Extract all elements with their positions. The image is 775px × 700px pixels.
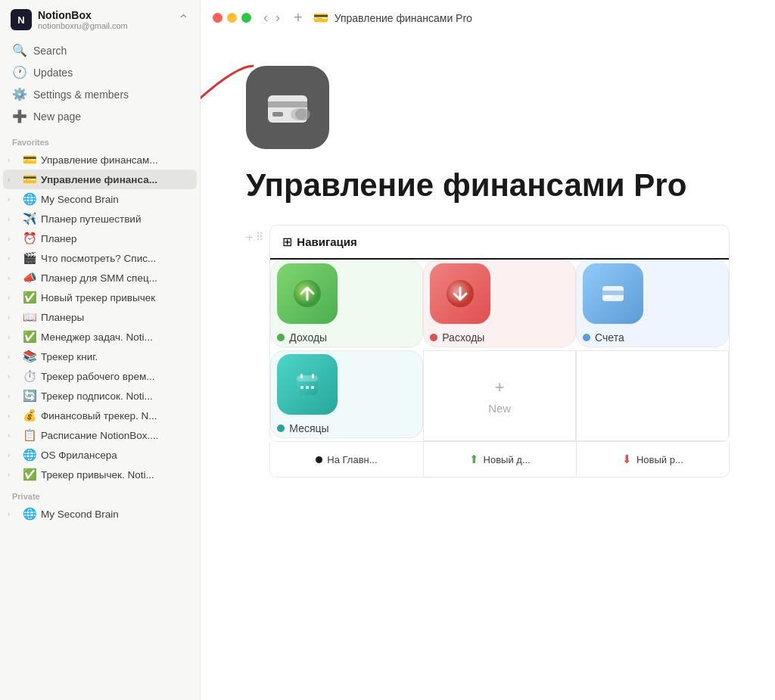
page-icon: 📚 xyxy=(23,350,36,363)
workspace-email: notionboxru@gmail.com xyxy=(38,21,128,30)
expenses-label: Расходы xyxy=(430,331,484,344)
chevron-icon: › xyxy=(8,431,18,440)
income-icon-wrap xyxy=(277,263,338,324)
chevron-icon: › xyxy=(8,254,18,263)
accounts-icon-wrap xyxy=(583,263,643,324)
sidebar-item-fav-15[interactable]: › 📋 Расписание NotionBox.... xyxy=(3,425,197,445)
sidebar-item-updates[interactable]: 🕐 Updates xyxy=(6,61,194,83)
traffic-lights xyxy=(213,13,251,23)
chevron-icon: › xyxy=(8,195,18,204)
add-page-button[interactable]: + xyxy=(289,8,307,28)
nav-forward-button[interactable]: › xyxy=(272,8,283,27)
sidebar-item-fav-14[interactable]: › 💰 Финансовый трекер. N... xyxy=(3,406,197,425)
sidebar-item-updates-label: Updates xyxy=(33,67,73,79)
bottom-btn-income-new[interactable]: ⬆ Новый д... xyxy=(424,442,577,477)
chevron-icon: › xyxy=(8,235,18,243)
expenses-dot xyxy=(430,334,437,341)
item-label: Менеджер задач. Noti... xyxy=(41,331,191,343)
months-dot xyxy=(277,425,285,432)
sidebar-item-fav-4[interactable]: › ✈️ Планер путешествий xyxy=(3,209,197,229)
title-page-icon: 💳 xyxy=(313,11,328,25)
item-label: Новый трекер привычек xyxy=(41,292,191,303)
private-list: › 🌐 My Second Brain xyxy=(0,504,200,524)
chevron-icon: › xyxy=(8,156,18,164)
sidebar-item-settings-label: Settings & members xyxy=(33,89,129,101)
item-label: Планеры xyxy=(41,312,191,323)
nav-block-header: ⊞ Навигация xyxy=(270,226,729,260)
sidebar-item-fav-10[interactable]: › ✅ Менеджер задач. Noti... xyxy=(3,327,197,347)
income-label: Доходы xyxy=(277,331,327,344)
chevron-icon: › xyxy=(8,353,18,361)
nav-cell-accounts[interactable]: Счета xyxy=(576,260,729,347)
sidebar-item-fav-5[interactable]: › ⏰ Планер xyxy=(3,229,197,248)
private-section-title: Private xyxy=(0,484,200,504)
sidebar-item-settings[interactable]: ⚙️ Settings & members xyxy=(6,83,194,105)
nav-buttons: ‹ › xyxy=(260,8,283,27)
sidebar-item-fav-8[interactable]: › ✅ Новый трекер привычек xyxy=(3,288,197,307)
nav-back-button[interactable]: ‹ xyxy=(260,8,271,27)
page-icon: ✅ xyxy=(23,291,36,304)
drag-plus-icon[interactable]: + xyxy=(246,231,253,244)
drag-dots-icon[interactable]: ⠿ xyxy=(256,231,263,243)
nav-grid: Доходы Расходы xyxy=(270,260,729,441)
bottom-btn-expense-new[interactable]: ⬇ Новый р... xyxy=(577,442,729,477)
sidebar-item-fav-16[interactable]: › 🌐 OS Фрилансера xyxy=(3,445,197,465)
page-icon: 🌐 xyxy=(23,448,36,462)
workspace-name: NotionBox xyxy=(38,9,128,21)
chevron-icon: › xyxy=(8,451,18,459)
workspace-icon: N xyxy=(11,9,32,30)
nav-cell-income[interactable]: Доходы xyxy=(270,260,423,347)
favorites-list: › 💳 Управление финансам... › 💳 Управлени… xyxy=(0,150,200,484)
item-label: Трекер книг. xyxy=(41,351,191,362)
sidebar-item-fav-13[interactable]: › 🔄 Трекер подписок. Noti... xyxy=(3,386,197,406)
sidebar-item-fav-3[interactable]: › 🌐 My Second Brain xyxy=(3,189,197,209)
item-label: Планер xyxy=(41,233,191,244)
sidebar-item-priv-1[interactable]: › 🌐 My Second Brain xyxy=(3,504,197,524)
new-page-icon: ➕ xyxy=(12,109,27,123)
workspace-toggle-icon[interactable]: ⌃ xyxy=(178,11,189,28)
sidebar-nav: 🔍 Search 🕐 Updates ⚙️ Settings & members… xyxy=(0,36,200,130)
nav-cell-new[interactable]: + New xyxy=(423,350,576,441)
main-dot-icon xyxy=(316,456,322,463)
sidebar-item-fav-1[interactable]: › 💳 Управление финансам... xyxy=(3,150,197,170)
item-label: Финансовый трекер. N... xyxy=(41,410,191,422)
sidebar-item-fav-7[interactable]: › 📣 Планер для SMM спец... xyxy=(3,268,197,288)
arrow-container xyxy=(246,66,730,149)
page-icon: 💳 xyxy=(23,173,36,186)
sidebar-item-new-page[interactable]: ➕ New page xyxy=(6,105,194,127)
sidebar-item-fav-12[interactable]: › ⏱️ Трекер рабочего врем... xyxy=(3,366,197,386)
item-label: Управление финанса... xyxy=(41,174,191,185)
page-icon: ✅ xyxy=(23,330,36,344)
sidebar-item-search[interactable]: 🔍 Search xyxy=(6,39,194,61)
nav-cell-expenses[interactable]: Расходы xyxy=(423,260,576,347)
page-icon: ⏰ xyxy=(23,232,36,245)
settings-icon: ⚙️ xyxy=(12,87,27,101)
item-label: Трекер привычек. Noti... xyxy=(41,469,191,481)
item-label: My Second Brain xyxy=(41,194,191,205)
chevron-icon: › xyxy=(8,372,18,381)
chevron-icon: › xyxy=(8,313,18,322)
chevron-icon: › xyxy=(8,333,18,341)
bottom-btn-main[interactable]: На Главн... xyxy=(270,442,423,477)
nav-cell-months[interactable]: Месяцы xyxy=(270,350,423,438)
sidebar-item-fav-9[interactable]: › 📖 Планеры xyxy=(3,307,197,327)
sidebar-item-fav-17[interactable]: › ✅ Трекер привычек. Noti... xyxy=(3,465,197,484)
sidebar-item-fav-6[interactable]: › 🎬 Что посмотреть? Спис... xyxy=(3,248,197,268)
page-icon: 📋 xyxy=(23,428,36,442)
sidebar-item-fav-11[interactable]: › 📚 Трекер книг. xyxy=(3,347,197,366)
sidebar-item-fav-2[interactable]: › 💳 Управление финанса... xyxy=(3,170,197,189)
main-label: На Главн... xyxy=(327,454,377,465)
sidebar: N NotionBox notionboxru@gmail.com ⌃ 🔍 Se… xyxy=(0,0,201,700)
page-icon: 💳 xyxy=(23,153,36,166)
page-icon: ⏱️ xyxy=(23,369,36,383)
chevron-icon: › xyxy=(8,471,18,479)
updates-icon: 🕐 xyxy=(12,65,27,79)
item-label: Расписание NotionBox.... xyxy=(41,430,191,441)
traffic-light-yellow[interactable] xyxy=(227,13,237,23)
traffic-light-green[interactable] xyxy=(241,13,251,23)
item-label: Планер путешествий xyxy=(41,213,191,225)
traffic-light-red[interactable] xyxy=(213,13,223,23)
workspace-info[interactable]: N NotionBox notionboxru@gmail.com xyxy=(11,9,128,30)
content-area: Управление финансами Pro + ⠿ ⊞ Навигация xyxy=(201,36,775,700)
chevron-icon: › xyxy=(8,215,18,223)
